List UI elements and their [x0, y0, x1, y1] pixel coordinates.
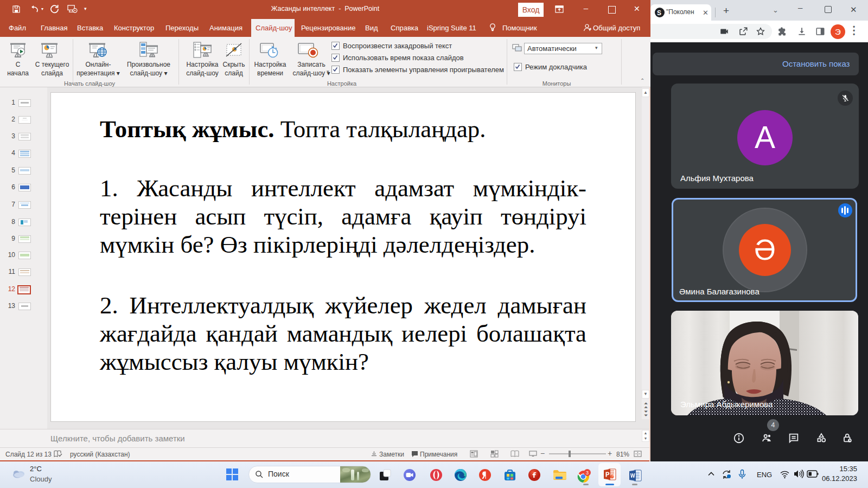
- svg-text:3: 3: [586, 470, 589, 476]
